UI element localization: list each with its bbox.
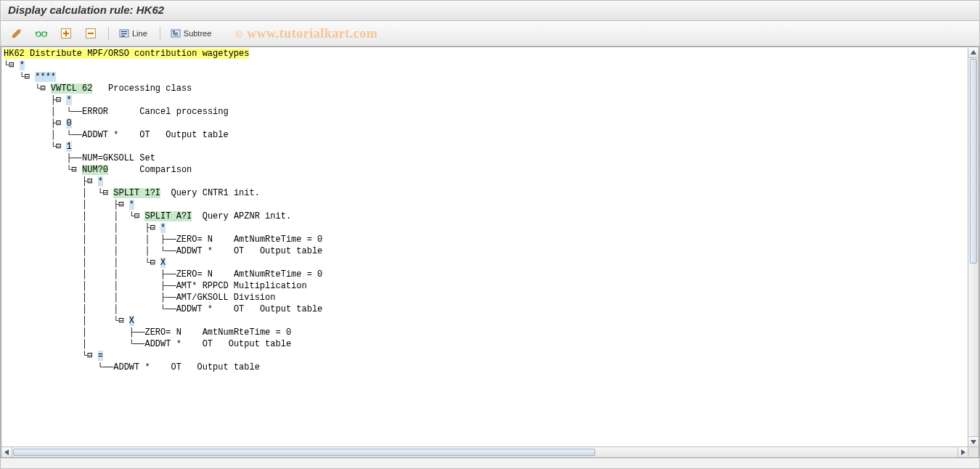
tree-row: │ │ ├──AMT* RPPCD Multiplication [4,280,968,292]
tree-row: │ ├──ZERO= N AmtNumRteTime = 0 [4,327,968,338]
subtree-button[interactable]: Subtree [168,25,217,41]
tree-row: └⊟ NUM?0 Comparison [4,164,968,176]
svg-rect-14 [174,35,178,36]
tree-row: ├⊟ 0 [4,118,968,129]
toolbar: Line Subtree ©www.tutorialkart.com [1,21,979,46]
tree-row: ├⊟ * [4,94,968,106]
tree-row: │ └⊟ X [4,315,968,327]
tree-row: │ │ └──ADDWT * OT Output table [4,303,968,315]
svg-point-0 [36,32,41,36]
toolbar-separator [160,27,160,40]
tree-row: │ │ ├──ZERO= N AmtNumRteTime = 0 [4,269,968,280]
line-button[interactable]: Line [116,25,152,41]
svg-rect-4 [65,30,67,36]
tree-scroll-frame: HK62 Distribute MPF/ORSO contribution wa… [1,46,979,458]
svg-rect-8 [121,31,127,32]
tree-row: │ └──ADDWT * OT Output table [4,129,968,141]
vertical-scroll-thumb[interactable] [970,59,977,264]
tree-row: │ │ └⊟ X [4,257,968,269]
glasses-button[interactable] [31,25,52,41]
tree-content: HK62 Distribute MPF/ORSO contribution wa… [2,48,968,446]
svg-rect-15 [173,31,173,35]
app-window: Display calculation rule: HK62 Line Subt… [0,0,980,469]
tree-row: └⊟ = [4,350,968,362]
tree-row: │ │ ├──AMT/GKSOLL Division [4,292,968,303]
tree-row: │ │ │ ├──ZERO= N AmtNumRteTime = 0 [4,234,968,245]
svg-rect-9 [121,33,127,34]
tree-row: │ │ │ └──ADDWT * OT Output table [4,245,968,257]
svg-rect-10 [121,36,125,36]
vertical-scrollbar[interactable] [968,47,979,447]
statusbar [1,458,979,468]
svg-point-1 [42,32,46,36]
tree-row: │ └──ERROR Cancel processing [4,106,968,118]
page-title: Display calculation rule: HK62 [1,1,979,21]
watermark: ©www.tutorialkart.com [235,26,377,41]
tree-row: │ ├⊟ * [4,199,968,211]
scroll-left-button[interactable] [1,447,12,457]
scroll-right-button[interactable] [957,447,968,457]
scroll-up-button[interactable] [968,47,979,58]
display-change-button[interactable] [7,25,27,41]
tree-row: HK62 Distribute MPF/ORSO contribution wa… [4,48,968,60]
horizontal-scrollbar[interactable] [1,446,968,457]
tree-row: └⊟ **** [4,71,968,83]
horizontal-scroll-thumb[interactable] [13,449,595,456]
subtree-button-label: Subtree [184,29,212,38]
tree-row: │ │ ├⊟ * [4,222,968,234]
svg-rect-6 [88,33,94,34]
collapse-button[interactable] [81,25,101,41]
scroll-corner [968,446,979,457]
main-area: HK62 Distribute MPF/ORSO contribution wa… [1,46,979,458]
line-button-label: Line [132,29,147,38]
tree-row: │ └──ADDWT * OT Output table [4,338,968,350]
expand-button[interactable] [56,25,76,41]
tree-row: └⊟ VWTCL 62 Processing class [4,83,968,94]
tree-row: │ │ └⊟ SPLIT A?I Query APZNR init. [4,211,968,222]
tree-row: ├⊟ * [4,176,968,187]
tree-row: │ └⊟ SPLIT 1?I Query CNTR1 init. [4,187,968,199]
tree-row: └⊟ 1 [4,141,968,152]
tree-row: └⊟ * [4,60,968,71]
scroll-down-button[interactable] [968,436,979,447]
tree-row: └──ADDWT * OT Output table [4,362,968,373]
svg-rect-13 [174,33,178,33]
tree-row: ├──NUM=GKSOLL Set [4,152,968,164]
toolbar-separator [108,27,109,40]
